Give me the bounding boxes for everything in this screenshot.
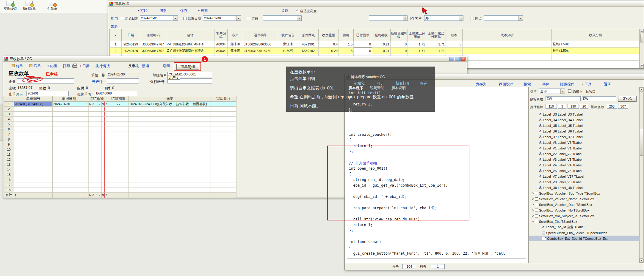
extra-combo[interactable]: ∨ [369, 15, 408, 21]
shop-checkbox[interactable] [247, 17, 250, 20]
voucher-cell[interactable] [14, 122, 53, 127]
grid-cell[interactable]: J00863047767 [140, 41, 166, 48]
voucher-cell[interactable] [129, 167, 211, 172]
tree-item[interactable]: ALabel_V8 Label_V8 TLabel [529, 179, 639, 185]
waybill-titlebar[interactable]: 面单数据 [108, 1, 644, 7]
grid-cell[interactable]: 20240129 [122, 41, 140, 48]
grid-cell[interactable]: 浙江省 [278, 41, 298, 48]
voucher-column-header[interactable]: 单据编号 [14, 96, 53, 102]
tree-item[interactable]: >ScrollBox_Voucher_Sub_Type TScrollBox [529, 190, 639, 196]
row-number[interactable]: 13 [4, 162, 14, 167]
grid-cell[interactable]: 0 [354, 48, 372, 54]
voucher-cell[interactable] [108, 107, 129, 112]
expand-icon[interactable]: > [531, 214, 535, 217]
voucher-cell[interactable] [211, 162, 236, 167]
function-menu[interactable]: 功能 [47, 64, 57, 69]
tree-item[interactable]: >ScrollBox_Voucher_Name TScrollBox [529, 196, 639, 202]
grid-cell[interactable]: 1.5 [339, 41, 354, 48]
amount-cell[interactable] [85, 127, 108, 132]
amount-cell[interactable] [85, 112, 108, 117]
voucher-cell[interactable] [14, 127, 53, 132]
customer-combo[interactable]: 郑 ▾ [424, 15, 463, 21]
voucher-cell[interactable] [108, 177, 129, 182]
grid-column-header[interactable]: 客户编码 [214, 29, 228, 41]
voucher-cell[interactable] [14, 117, 53, 122]
tree-item[interactable]: >ScrollBox_Voucher_No TScrollBox [529, 207, 639, 213]
tree-item[interactable]: ALabel_U5 Label_U5 TLabel [529, 123, 639, 128]
voucher-cell-summary[interactable]: 202401(BG240068)(分段补收 + 拉均补收 + 新西补收) [129, 102, 211, 107]
end-date-combo[interactable]: 2024-01-30 ▾ [203, 15, 241, 21]
expand-icon[interactable]: > [531, 197, 535, 201]
voucher-cell[interactable] [53, 187, 85, 193]
voucher-cell[interactable] [129, 117, 211, 122]
tree-item[interactable]: ALabel_V3 Label_V3 TLabel [529, 157, 639, 162]
next-voucher-button[interactable]: 后单 [34, 64, 41, 69]
grid-cell[interactable]: Z-广州美妆贸易商行-郑泽涛 [166, 48, 214, 54]
grid-cell[interactable]: 1.71 [426, 48, 446, 54]
voucher-cell[interactable] [211, 137, 236, 142]
auto-height-checkbox[interactable] [296, 9, 299, 12]
amount-cell[interactable]: 1635797 [85, 102, 108, 107]
expand-icon[interactable]: > [531, 203, 535, 206]
grid-column-header[interactable]: 拉均补收 [372, 29, 391, 41]
grid-cell[interactable]: 4571391 [298, 41, 319, 48]
voucher-cell[interactable] [108, 147, 129, 152]
grid-column-header[interactable]: 已付面单 [354, 29, 372, 41]
voucher-cell[interactable] [211, 152, 236, 157]
row-number[interactable]: 2 [4, 107, 14, 112]
init-button[interactable]: 初始化 [354, 81, 365, 86]
row-number[interactable]: 17 [4, 182, 14, 187]
grid-column-header[interactable]: 派件网点 [298, 29, 319, 41]
tree-item[interactable]: ALabel_V2 Label_V2 TLabel [529, 151, 639, 157]
voucher-cell-date[interactable]: 2024-01-30 [53, 102, 85, 107]
voucher-cell[interactable] [129, 132, 211, 137]
voucher-cell[interactable] [14, 112, 53, 117]
begin-date-checkbox[interactable] [121, 17, 124, 20]
tree-item[interactable]: ALabel_U7 Label_U7 TLabel [529, 134, 639, 140]
grid-cell[interactable]: Z-广州美妆贸易商行-郑泽涛 [166, 41, 214, 48]
amount-cell[interactable] [85, 132, 108, 137]
end-date-checkbox[interactable] [183, 17, 187, 20]
voucher-cell-term[interactable]: - - [108, 102, 129, 107]
grid-column-header[interactable]: 收入分析 [552, 29, 639, 41]
voucher-column-header[interactable]: - [4, 96, 14, 102]
voucher-cell[interactable] [129, 182, 211, 187]
voucher-cell[interactable] [108, 117, 129, 122]
chevron-down-icon[interactable]: ▾ [560, 89, 565, 94]
grid-cell[interactable]: 郑泽涛 [228, 48, 243, 54]
voucher-cell[interactable] [53, 182, 85, 187]
voucher-cell[interactable] [53, 112, 85, 117]
voucher-column-header[interactable]: 待结总额 [85, 96, 108, 102]
tree-item[interactable]: ALabel_V4 Label_V4 TLabel [529, 162, 639, 168]
begin-date-combo[interactable]: 2024-01-01 ▾ [140, 15, 178, 21]
toolbar-button-3[interactable]: 付款单 [44, 1, 61, 11]
row-number[interactable]: 5 [4, 122, 14, 127]
locate-button[interactable]: 定位G [618, 96, 637, 102]
voucher-cell[interactable] [14, 152, 53, 157]
voucher-cell[interactable] [53, 162, 85, 167]
row-number[interactable]: 10 [4, 147, 14, 152]
grid-column-header[interactable]: 金额减已付面单 [408, 29, 426, 41]
row-number[interactable]: 8 [4, 137, 14, 142]
chevron-down-icon[interactable]: ▾ [236, 16, 241, 20]
graph-button[interactable]: 图形 [159, 8, 167, 13]
voucher-cell[interactable] [108, 127, 129, 132]
voucher-cell[interactable] [129, 157, 211, 162]
amount-cell[interactable] [85, 187, 108, 193]
grid-cell[interactable] [552, 54, 639, 61]
grid-cell[interactable]: JT3063157514750 [243, 48, 278, 54]
voucher-cell[interactable] [53, 127, 85, 132]
voucher-cell[interactable] [211, 122, 236, 127]
prev-voucher-button[interactable]: 前单 [16, 64, 23, 69]
tree-item[interactable]: ALabel_U8 Label_U8 TLabel [529, 185, 639, 190]
expand-icon[interactable]: > [531, 209, 535, 212]
voucher-cell[interactable] [14, 132, 53, 137]
voucher-cell[interactable] [211, 182, 236, 187]
row-number[interactable]: 15 [4, 172, 14, 177]
voucher-cell[interactable] [14, 162, 53, 167]
chevron-down-icon[interactable]: ▾ [518, 16, 523, 20]
grid-column-header[interactable]: 新疆西藏补收 [391, 29, 408, 41]
voucher-cell[interactable] [14, 137, 53, 142]
tab-common[interactable]: 常用 [111, 16, 118, 21]
row-number[interactable]: 4 [4, 117, 14, 122]
